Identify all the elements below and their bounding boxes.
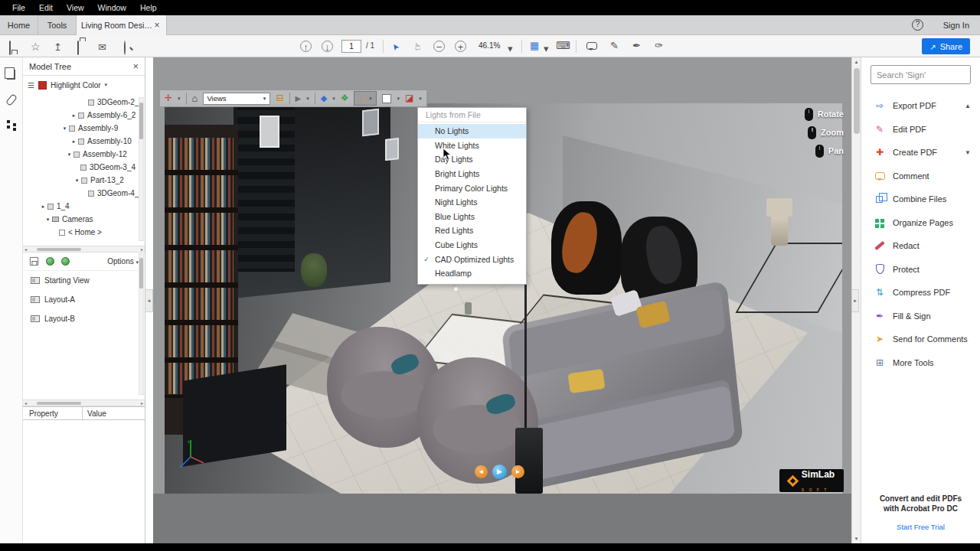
- tab-document[interactable]: Living Room Desig... ×: [77, 15, 167, 35]
- menu-view[interactable]: View: [60, 0, 90, 15]
- menu-file[interactable]: File: [6, 0, 31, 15]
- tree-item[interactable]: Assembly-9: [23, 122, 145, 135]
- menu-item-no-lights[interactable]: No Lights: [418, 124, 526, 139]
- help-icon[interactable]: ?: [912, 19, 923, 31]
- menu-item-red-lights[interactable]: Red Lights: [418, 223, 526, 238]
- default-view-home-icon[interactable]: [192, 90, 198, 107]
- tree-item[interactable]: 3DGeom-3_4: [23, 161, 145, 174]
- menu-item-night-lights[interactable]: Night Lights: [418, 195, 526, 210]
- menu-help[interactable]: Help: [134, 0, 163, 15]
- tab-tools[interactable]: Tools: [38, 15, 77, 35]
- tree-options-icon[interactable]: [28, 81, 34, 90]
- close-panel-icon[interactable]: ×: [132, 60, 139, 72]
- play-animation-icon[interactable]: [46, 257, 54, 266]
- tree-item[interactable]: Cameras: [23, 213, 145, 226]
- page-down-button[interactable]: ↓: [322, 41, 333, 52]
- scrollbar-thumb[interactable]: [854, 68, 860, 134]
- view-item-layout-a[interactable]: Layout-A: [23, 290, 145, 309]
- zoom-in-button[interactable]: +: [455, 41, 466, 52]
- tool-export-pdf[interactable]: Export PDF▲: [861, 94, 980, 118]
- save-icon[interactable]: [9, 41, 11, 55]
- play-animation-icon[interactable]: [296, 90, 302, 106]
- views-horizontal-scrollbar[interactable]: ◂▸: [23, 399, 145, 406]
- start-free-trial-link[interactable]: Start Free Trial: [897, 523, 945, 531]
- menu-item-cad-optimized-lights[interactable]: CAD Optimized Lights: [418, 252, 526, 266]
- background-caret[interactable]: ▾: [397, 96, 400, 102]
- collapse-icon[interactable]: [74, 178, 80, 184]
- tree-item[interactable]: < Home >: [23, 226, 145, 239]
- select-tool-icon[interactable]: [392, 41, 399, 53]
- tree-item[interactable]: 1_4: [23, 200, 145, 213]
- menu-window[interactable]: Window: [92, 0, 132, 15]
- render-mode-caret[interactable]: ▾: [332, 96, 335, 102]
- sign-in-link[interactable]: Sign In: [943, 15, 969, 35]
- star-icon[interactable]: [31, 40, 41, 54]
- menu-item-blue-lights[interactable]: Blue Lights: [418, 210, 526, 224]
- expand-icon[interactable]: [70, 112, 77, 119]
- sign-pen-icon[interactable]: [632, 40, 641, 51]
- play-view-button[interactable]: ▶: [492, 465, 507, 479]
- tool-create-pdf[interactable]: Create PDF▼: [861, 141, 980, 165]
- pencil-icon[interactable]: [610, 40, 619, 51]
- print-icon[interactable]: [77, 41, 79, 55]
- right-panel-collapse-handle[interactable]: ▸: [851, 289, 859, 312]
- tree-item[interactable]: Assembly-10: [23, 135, 145, 148]
- tab-home[interactable]: Home: [0, 15, 38, 35]
- tool-protect[interactable]: Protect: [861, 258, 980, 282]
- background-color-swatch[interactable]: [382, 94, 391, 103]
- menu-edit[interactable]: Edit: [33, 0, 59, 15]
- zoom-out-button[interactable]: −: [433, 41, 445, 52]
- render-mode-icon[interactable]: [321, 90, 327, 106]
- menu-item-cube-lights[interactable]: Cube Lights: [418, 238, 526, 253]
- stamp-icon[interactable]: [655, 40, 663, 51]
- tree-item[interactable]: Assembly-6_2: [23, 109, 145, 122]
- view-item-layout-b[interactable]: Layout-B: [23, 309, 145, 328]
- cross-section-caret[interactable]: ▾: [419, 96, 422, 102]
- cross-section-icon[interactable]: [405, 90, 413, 106]
- collapse-chevron-icon[interactable]: ▲: [965, 103, 971, 109]
- highlight-color-swatch[interactable]: [38, 81, 47, 90]
- highlight-color-caret[interactable]: ▾: [105, 82, 108, 88]
- page-view-icon[interactable]: [530, 40, 539, 51]
- hand-tool-icon[interactable]: [413, 41, 423, 52]
- tool-compress-pdf[interactable]: Compress PDF: [861, 281, 980, 305]
- views-dropdown[interactable]: Views▼: [203, 93, 270, 105]
- menu-item-day-lights[interactable]: Day Lights: [418, 152, 526, 167]
- views-vertical-scrollbar[interactable]: [139, 253, 144, 395]
- view-item-starting-view[interactable]: Starting View: [23, 271, 145, 290]
- search-input[interactable]: [871, 65, 971, 84]
- pdf-3d-viewer[interactable]: ▾ Views▼ ▾ ▾ ▾ ▾ ▾ Lights from File No L…: [153, 57, 851, 543]
- tool-organize-pages[interactable]: Organize Pages: [861, 211, 980, 235]
- menu-item-bright-lights[interactable]: Bright Lights: [418, 167, 526, 181]
- tool-more-tools[interactable]: More Tools: [861, 351, 980, 375]
- options-dropdown[interactable]: Options ▾: [107, 257, 139, 266]
- expand-icon[interactable]: [70, 139, 77, 145]
- save-view-icon[interactable]: [30, 257, 38, 266]
- menu-item-headlamp[interactable]: Headlamp: [418, 266, 526, 281]
- play-caret[interactable]: ▾: [306, 96, 309, 102]
- scroll-down-arrow[interactable]: ▼: [852, 536, 861, 541]
- zoom-dropdown-caret[interactable]: ▾: [508, 43, 513, 54]
- extra-lighting-icon[interactable]: [341, 90, 349, 106]
- model-tree-icon[interactable]: [7, 120, 18, 131]
- close-tab-icon[interactable]: ×: [152, 15, 162, 35]
- lighting-dropdown-button[interactable]: ▾: [354, 91, 377, 106]
- tool-send-for-comments[interactable]: Send for Comments: [861, 328, 980, 351]
- tree-item[interactable]: Part-13_2: [23, 174, 145, 187]
- scroll-up-arrow[interactable]: ▲: [852, 60, 861, 64]
- tree-item[interactable]: 3DGeom-2_3: [23, 96, 145, 109]
- tool-redact[interactable]: Redact: [861, 234, 980, 258]
- page-up-button[interactable]: ↑: [300, 41, 312, 52]
- attachments-icon[interactable]: [5, 93, 18, 106]
- comment-bubble-icon[interactable]: [586, 42, 597, 50]
- collapse-icon[interactable]: [66, 152, 73, 158]
- zoom-level-value[interactable]: 46.1%: [479, 41, 500, 50]
- page-view-caret[interactable]: ▾: [544, 43, 549, 54]
- upload-icon[interactable]: [54, 40, 62, 54]
- tree-item[interactable]: Assembly-12: [23, 148, 145, 161]
- axis-gizmo-icon[interactable]: [165, 90, 172, 106]
- expand-icon[interactable]: [40, 204, 47, 210]
- toggle-model-tree-icon[interactable]: [276, 90, 283, 106]
- share-button[interactable]: Share: [922, 38, 970, 54]
- tool-fill-sign[interactable]: Fill & Sign: [861, 305, 980, 328]
